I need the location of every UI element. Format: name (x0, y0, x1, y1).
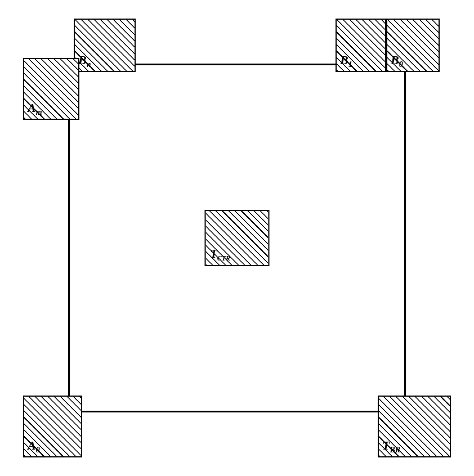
box-a0: A0 (23, 396, 82, 457)
box-b1: B1 (336, 19, 386, 72)
box-bn: Bn (74, 19, 136, 72)
tbr-label: TBR (382, 439, 400, 454)
am-label: Am (28, 102, 42, 116)
box-tbr: TBR (378, 396, 451, 457)
tctr-label: TCTR (211, 248, 231, 262)
box-tctr: TCTR (205, 210, 270, 266)
b0-label: B0 (391, 54, 403, 69)
diagram: Bn B1 B0 Am A0 TBR TCTR (23, 19, 451, 457)
bn-label: Bn (78, 54, 91, 69)
a0-label: A0 (28, 439, 40, 454)
box-b0: B0 (386, 19, 440, 72)
box-am: Am (23, 58, 79, 120)
b1-label: B1 (340, 54, 352, 69)
